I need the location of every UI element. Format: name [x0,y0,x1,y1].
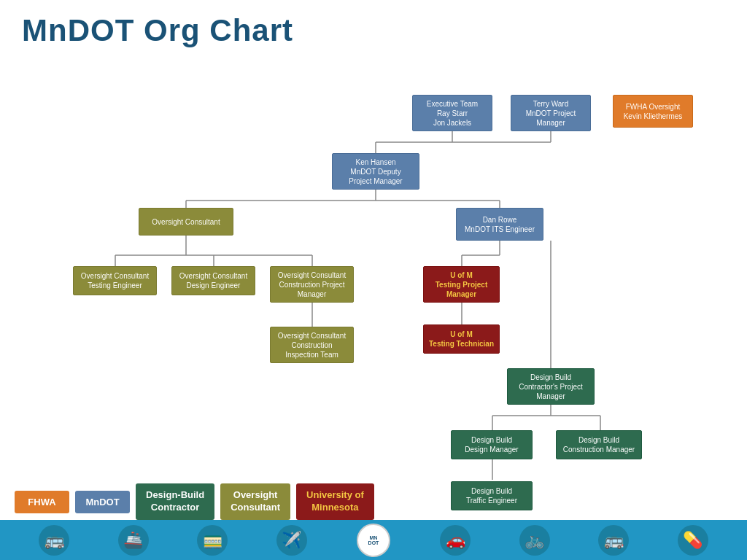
legend-oc: Oversight Consultant [220,483,290,520]
transport-bike-icon: 🚲 [519,525,550,556]
transport-logo-icon: MNDOT [355,522,392,559]
transport-plane-icon: ✈️ [276,525,307,556]
terry-ward-node: Terry WardMnDOT ProjectManager [511,95,591,131]
legend-mndot: MnDOT [75,491,130,513]
uofm-testing-pm-node: U of MTesting ProjectManager [423,266,500,303]
title: MnDOT Org Chart [22,13,293,48]
legend-fhwa: FHWA [15,491,69,513]
executive-team-node: Executive TeamRay StarrJon Jackels [412,95,492,131]
ken-hansen-node: Ken HansenMnDOT DeputyProject Manager [332,153,419,190]
oc-construction-pm-node: Oversight ConsultantConstruction Project… [270,266,354,303]
transport-pill-icon: 💊 [678,525,708,556]
legend-uofm: University of Minnesota [296,483,374,520]
transport-ship-icon: 🚢 [118,525,149,556]
org-area: Executive TeamRay StarrJon Jackels Terry… [0,73,747,480]
legend: FHWA MnDOT Design-Build Contractor Overs… [15,483,374,520]
db-traffic-engineer-node: Design BuildTraffic Engineer [451,481,533,510]
db-construction-manager-node: Design BuildConstruction Manager [556,430,642,459]
oc-design-node: Oversight ConsultantDesign Engineer [171,266,255,295]
legend-db: Design-Build Contractor [136,483,214,520]
transport-bus-icon: 🚌 [39,525,69,556]
transport-bar: 🚌 🚢 🚃 ✈️ MNDOT 🚗 🚲 🚌 💊 [0,520,747,560]
dan-rowe-node: Dan RoweMnDOT ITS Engineer [456,208,543,241]
oc-testing-node: Oversight ConsultantTesting Engineer [73,266,157,295]
transport-train-icon: 🚃 [197,525,228,556]
uofm-testing-tech-node: U of MTesting Technician [423,324,500,354]
db-contractors-pm-node: Design BuildContractor's ProjectManager [507,368,595,405]
transport-car-icon: 🚗 [440,525,471,556]
oc-construction-inspect-node: Oversight ConsultantConstructionInspecti… [270,327,354,363]
oversight-consultant-node: Oversight Consultant [139,208,233,236]
transport-transit-icon: 🚌 [598,525,629,556]
db-design-manager-node: Design BuildDesign Manager [451,430,533,459]
fwha-oversight-node: FWHA OversightKevin Kliethermes [613,95,693,128]
